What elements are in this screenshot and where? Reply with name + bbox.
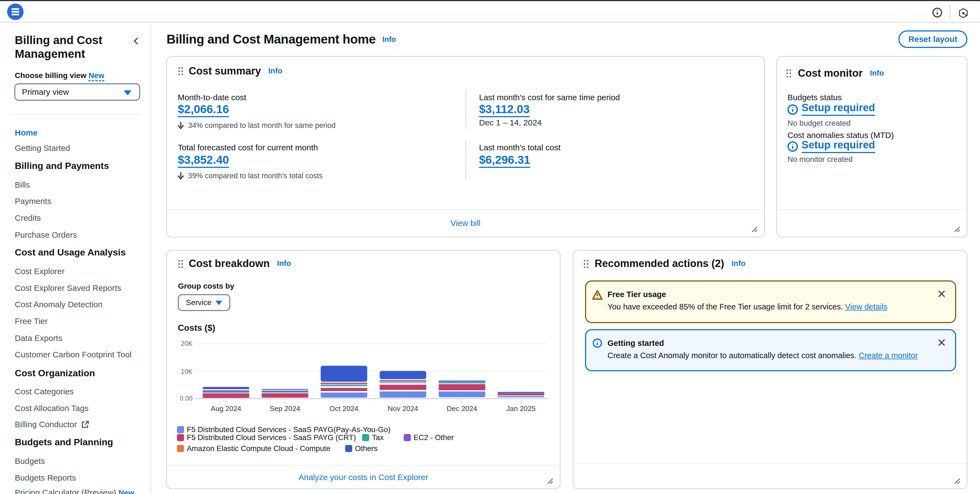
svg-text:0.00: 0.00 xyxy=(180,395,192,402)
svg-text:10K: 10K xyxy=(181,368,192,375)
svg-text:Jan 2025: Jan 2025 xyxy=(506,405,536,413)
svg-text:Aug 2024: Aug 2024 xyxy=(211,405,241,413)
svg-text:Nov 2024: Nov 2024 xyxy=(388,405,418,413)
svg-text:Dec 2024: Dec 2024 xyxy=(447,405,477,413)
svg-text:Oct 2024: Oct 2024 xyxy=(329,405,358,413)
svg-text:Sep 2024: Sep 2024 xyxy=(270,405,300,413)
svg-text:20K: 20K xyxy=(181,340,192,347)
